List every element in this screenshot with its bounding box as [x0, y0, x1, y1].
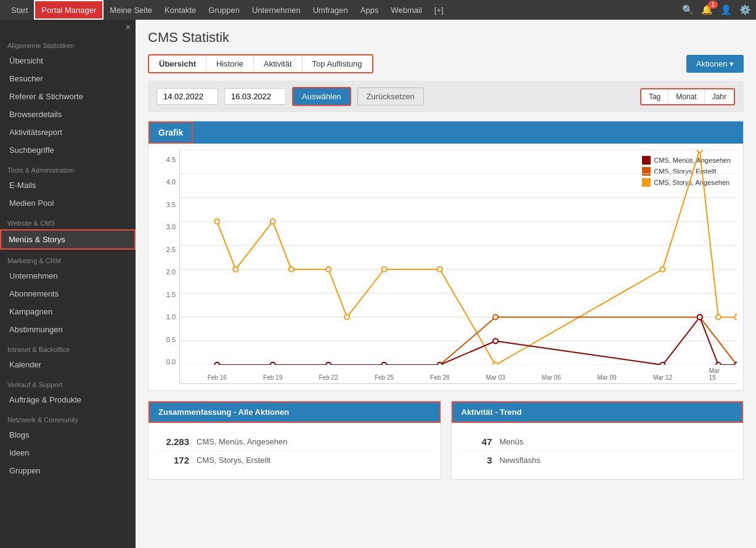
sidebar-item-abstimmungen[interactable]: Abstimmungen — [0, 321, 136, 338]
sidebar-section-label: Tools & Administration — [0, 159, 136, 176]
sidebar-section-label: Verkauf & Support — [0, 374, 136, 391]
sidebar-item-gruppen[interactable]: Gruppen — [0, 462, 136, 480]
bottom-cards: Zusammenfassung - Alle Aktionen2.283CMS,… — [148, 401, 744, 480]
card-row: 2.283CMS, Menüs, Angesehen — [158, 433, 431, 451]
filter-row: Auswählen Zurücksetzen TagMonatJahr — [148, 81, 744, 112]
notification-icon[interactable]: 🔔 1 — [701, 4, 713, 15]
aktionen-button[interactable]: Aktionen ▾ — [686, 55, 744, 73]
nav-item-portal-manager[interactable]: Portal Manager — [34, 0, 104, 20]
sidebar-item-aufträge--produkte[interactable]: Aufträge & Produkte — [0, 391, 136, 409]
x-axis-label: Mar 09 — [598, 374, 617, 381]
notification-badge: 1 — [708, 1, 718, 9]
nav-icons: 🔍 🔔 1 👤 ⚙️ — [682, 4, 751, 15]
nav-item-[+][interactable]: [+] — [428, 0, 450, 20]
sidebar-section-label: Website & CMS — [0, 212, 136, 229]
sidebar-item-besucher[interactable]: Besucher — [0, 70, 136, 88]
sidebar-item-kampagnen[interactable]: Kampagnen — [0, 303, 136, 321]
nav-item-umfragen[interactable]: Umfragen — [307, 0, 354, 20]
sidebar-item-unternehmen[interactable]: Unternehmen — [0, 267, 136, 285]
sidebar-item-e-mails[interactable]: E-Mails — [0, 176, 136, 194]
svg-point-33 — [326, 362, 331, 365]
time-btn-jahr[interactable]: Jahr — [705, 89, 734, 104]
svg-point-35 — [437, 362, 442, 365]
auswaehlen-button[interactable]: Auswählen — [292, 87, 351, 106]
card-row: 47Menüs — [461, 433, 734, 451]
filter-left: Auswählen Zurücksetzen — [156, 87, 424, 106]
sidebar-item-suchbegriffe[interactable]: Suchbegriffe — [0, 141, 136, 159]
svg-point-20 — [697, 150, 702, 152]
sidebar-item-blogs[interactable]: Blogs — [0, 426, 136, 444]
tab-übersicht[interactable]: Übersicht — [149, 55, 206, 72]
svg-point-11 — [233, 267, 238, 272]
sidebar-item-kalender[interactable]: Kalender — [0, 356, 136, 374]
main-content: CMS Statistik ÜbersichtHistorieAktivität… — [136, 20, 756, 548]
y-axis-label: 1.0 — [166, 313, 176, 321]
y-axis-label: 3.5 — [166, 201, 176, 208]
settings-icon[interactable]: ⚙️ — [739, 4, 751, 15]
search-icon[interactable]: 🔍 — [682, 4, 694, 15]
sidebar-item-browserdetails[interactable]: Browserdetails — [0, 105, 136, 123]
zuruecksetzen-button[interactable]: Zurücksetzen — [357, 88, 424, 105]
user-icon[interactable]: 👤 — [720, 4, 732, 15]
date-to-input[interactable] — [224, 88, 286, 105]
nav-item-meine-seite[interactable]: Meine Seite — [104, 0, 158, 20]
sidebar-section-label: Marketing & CRM — [0, 250, 136, 267]
tabs-group: ÜbersichtHistorieAktivitätTop Auflistung — [148, 54, 373, 73]
sidebar-item-referer--stichworte[interactable]: Referer & Stichworte — [0, 88, 136, 105]
nav-item-gruppen[interactable]: Gruppen — [202, 0, 246, 20]
nav-item-unternehmen[interactable]: Unternehmen — [246, 0, 307, 20]
svg-point-38 — [697, 314, 702, 319]
sidebar-item-medien-pool[interactable]: Medien Pool — [0, 194, 136, 212]
y-axis-label: 4.5 — [166, 156, 176, 163]
sidebar-item-übersicht[interactable]: Übersicht — [0, 52, 136, 70]
x-axis-label: Feb 28 — [430, 374, 449, 381]
sidebar-item-abonnements[interactable]: Abonnements — [0, 285, 136, 303]
svg-point-15 — [344, 314, 349, 319]
sidebar-close-button[interactable]: × — [0, 20, 136, 35]
svg-point-36 — [493, 338, 498, 343]
sidebar-item-menüs--storys[interactable]: Menüs & Storys — [0, 229, 136, 250]
card-number: 172 — [158, 455, 189, 465]
card-label: CMS, Menüs, Angesehen — [197, 437, 287, 446]
chart-y-axis: 4.54.03.53.02.52.01.51.00.50.0 — [155, 150, 179, 384]
sidebar-item-ideen[interactable]: Ideen — [0, 444, 136, 462]
nav-item-kontakte[interactable]: Kontakte — [158, 0, 202, 20]
svg-point-32 — [270, 362, 275, 365]
chart-area: 4.54.03.53.02.52.01.51.00.50.0 CMS, Menü… — [155, 150, 737, 384]
summary-card: Aktivität - Trend47Menüs3Newsflashs — [451, 401, 744, 480]
nav-item-apps[interactable]: Apps — [354, 0, 385, 20]
time-btn-tag[interactable]: Tag — [641, 89, 669, 104]
top-navigation: StartPortal ManagerMeine SeiteKontakteGr… — [0, 0, 756, 20]
tab-aktivität[interactable]: Aktivität — [254, 55, 303, 72]
svg-point-18 — [493, 362, 498, 365]
tab-historie[interactable]: Historie — [206, 55, 254, 72]
time-btn-monat[interactable]: Monat — [669, 89, 704, 104]
card-number: 47 — [461, 436, 492, 447]
card-body: 47Menüs3Newsflashs — [452, 423, 744, 479]
chart-container: 4.54.03.53.02.52.01.51.00.50.0 CMS, Menü… — [148, 144, 743, 390]
y-axis-label: 2.0 — [166, 268, 176, 276]
svg-point-10 — [214, 219, 219, 224]
chart-section-header: Grafik — [148, 121, 193, 144]
chart-svg — [180, 150, 737, 365]
card-label: Newsflashs — [500, 456, 540, 465]
svg-point-16 — [381, 267, 386, 272]
nav-item-start[interactable]: Start — [5, 0, 34, 20]
time-buttons-group: TagMonatJahr — [640, 88, 735, 105]
svg-point-40 — [734, 362, 737, 365]
chart-main: CMS, Menüs, AngesehenCMS, Storys, Erstel… — [179, 150, 737, 384]
x-axis-label: Mar 15 — [709, 367, 728, 381]
x-axis-label: Feb 16 — [208, 374, 227, 381]
date-from-input[interactable] — [156, 88, 218, 105]
sidebar: × Allgemeine StatistikenÜbersichtBesuche… — [0, 20, 136, 548]
y-axis-label: 4.0 — [166, 178, 176, 186]
sidebar-item-aktivitätsreport[interactable]: Aktivitätsreport — [0, 123, 136, 141]
svg-point-12 — [270, 219, 275, 224]
tab-top-auflistung[interactable]: Top Auflistung — [303, 55, 372, 72]
y-axis-label: 3.0 — [166, 223, 176, 231]
card-number: 2.283 — [158, 436, 189, 447]
card-label: Menüs — [500, 437, 524, 446]
svg-point-17 — [437, 267, 442, 272]
nav-item-webmail[interactable]: Webmail — [384, 0, 428, 20]
card-header: Zusammenfassung - Alle Aktionen — [148, 401, 441, 423]
